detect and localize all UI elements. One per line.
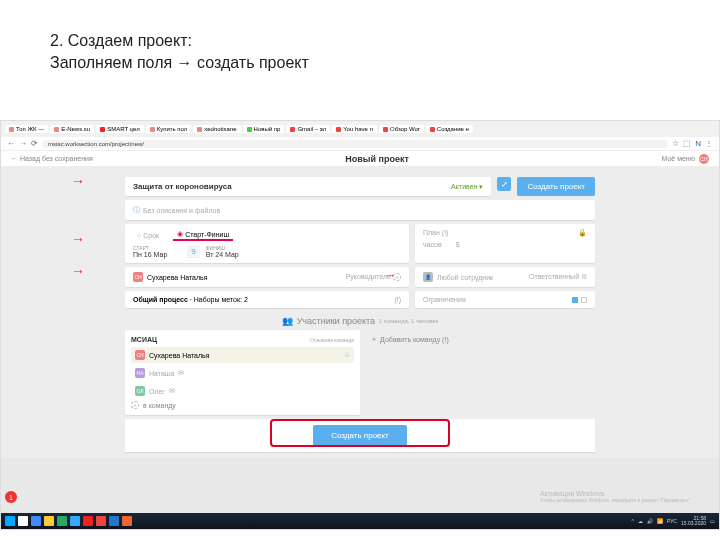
profile-icon[interactable]: N (695, 139, 701, 148)
task-search-icon[interactable] (18, 516, 28, 526)
team-member-row[interactable]: НАНаташа ✉ (131, 365, 354, 381)
plan-label: План (!) (423, 229, 448, 237)
tray-lang[interactable]: РУС (667, 518, 677, 524)
tab[interactable]: xednotisane (193, 125, 240, 133)
star-icon[interactable]: ☆ (672, 139, 679, 148)
process-card[interactable]: Общий процесс · Наборы меток: 2 (!) (125, 291, 409, 308)
browser-tabs: Топ ЖК — E-News.su SMART цел Купить пол … (1, 121, 719, 137)
tab[interactable]: Купить пол (146, 125, 192, 133)
back-icon[interactable]: ← (7, 139, 15, 148)
start-date[interactable]: Пн 16 Мар (133, 251, 167, 258)
reload-icon[interactable]: ⟳ (31, 139, 38, 148)
restrictions-card[interactable]: Ограничения (415, 291, 595, 308)
annotation-highlight (270, 419, 450, 447)
slide-instruction: Заполняем поля → создать проект (50, 52, 670, 74)
status-badge[interactable]: Активен ▾ (451, 183, 483, 191)
responsible-card[interactable]: 👤 Любой сотрудник Ответственный ⚙ (415, 267, 595, 287)
back-link[interactable]: ← Назад без сохранения (11, 155, 93, 162)
footer-create-bar: Создать проект (125, 419, 595, 452)
extension-icon[interactable]: ⬚ (683, 139, 691, 148)
add-team-link[interactable]: + Добавить команду (!) (366, 330, 595, 349)
team-member-row[interactable]: ОЛОлег ✉ (131, 383, 354, 399)
tray-up-icon[interactable]: ^ (632, 518, 634, 524)
windows-activation-watermark: Активация Windows Чтобы активировать Win… (540, 490, 691, 503)
url-field[interactable]: msiac.worksection.com/project/new/ (42, 140, 668, 148)
tab[interactable]: Создание н (426, 125, 473, 133)
app-icon[interactable] (96, 516, 106, 526)
store-icon[interactable] (57, 516, 67, 526)
tray-wifi-icon[interactable]: 📶 (657, 518, 663, 524)
windows-taskbar: ^ ☁ 🔊 📶 РУС 21:58 15.03.2020 ▭ (1, 513, 719, 529)
add-to-team-link[interactable]: + в команду (131, 401, 354, 409)
lock-icon[interactable]: 🔒 (578, 229, 587, 237)
finish-date[interactable]: Вт 24 Мар (206, 251, 239, 258)
page-title: Новый проект (345, 154, 409, 164)
user-avatar-icon: СН (133, 272, 143, 282)
clock-date[interactable]: 15.03.2020 (681, 521, 706, 526)
mail-icon: ✉ (169, 387, 175, 395)
plan-hours[interactable]: часов (423, 241, 442, 248)
info-icon: ⓘ (133, 205, 140, 215)
my-menu-link[interactable]: Моё меню (662, 155, 695, 162)
tab[interactable]: SMART цел (96, 125, 143, 133)
gear-icon[interactable]: ⚙ (581, 273, 587, 280)
users-icon: 👥 (282, 316, 293, 326)
mail-icon: ✉ (178, 369, 184, 377)
add-icon: + (131, 401, 139, 409)
tray-notification-icon[interactable]: ▭ (710, 518, 715, 524)
duration-days: 9 (187, 245, 199, 258)
page-header: ← Назад без сохранения Новый проект Моё … (1, 151, 719, 167)
tray-volume-icon[interactable]: 🔊 (647, 518, 653, 524)
start-finish-option[interactable]: ◉ Старт-Финиш (173, 229, 233, 241)
notification-badge[interactable]: 1 (5, 491, 17, 503)
create-project-button[interactable]: Создать проект (517, 177, 595, 196)
expand-icon[interactable]: ⤢ (497, 177, 511, 191)
tab[interactable]: Обзор Wor (379, 125, 424, 133)
plan-money[interactable]: $ (456, 241, 460, 248)
start-icon[interactable] (5, 516, 15, 526)
tab[interactable]: Топ ЖК — (5, 125, 48, 133)
slide-step: 2. Создаем проект: (50, 30, 670, 52)
opera-icon[interactable] (83, 516, 93, 526)
forward-icon[interactable]: → (19, 139, 27, 148)
browser-window: Топ ЖК — E-News.su SMART цел Купить пол … (0, 120, 720, 530)
term-option[interactable]: ○ Срок (133, 231, 163, 240)
avatar[interactable]: СН (699, 154, 709, 164)
mail-icon[interactable] (70, 516, 80, 526)
team-role: Основная команда (310, 337, 354, 343)
tab[interactable]: E-News.su (50, 125, 94, 133)
participants-header: 👥 Участники проекта 1 команда, 1 человек (1, 316, 719, 326)
manager-card[interactable]: СН Сухарева Наталья Руководители + (125, 267, 409, 287)
team-card: МСИАЦ Основная команда СНСухарева Наталь… (125, 330, 360, 415)
team-name: МСИАЦ (131, 336, 157, 343)
star-icon[interactable]: ☆ (344, 351, 350, 359)
edge-icon[interactable] (31, 516, 41, 526)
address-bar: ← → ⟳ msiac.worksection.com/project/new/… (1, 137, 719, 151)
tab[interactable]: Gmail – эл (286, 125, 330, 133)
annotation-arrow (71, 173, 85, 189)
description-card[interactable]: ⓘ Без описания и файлов (125, 200, 595, 220)
word-icon[interactable] (109, 516, 119, 526)
tab[interactable]: You have n (332, 125, 377, 133)
menu-icon[interactable]: ⋮ (705, 139, 713, 148)
project-name: Защита от короновируса (133, 182, 232, 191)
dates-card: ○ Срок ◉ Старт-Финиш СТАРТ Пн 16 Мар 9 Ф… (125, 224, 409, 263)
explorer-icon[interactable] (44, 516, 54, 526)
annotation-arrow (71, 263, 85, 279)
tray-cloud-icon[interactable]: ☁ (638, 518, 643, 524)
project-name-card[interactable]: Защита от короновируса Активен ▾ (125, 177, 491, 196)
tab-active[interactable]: Новый пр (243, 125, 285, 133)
team-member-row[interactable]: СНСухарева Наталья ☆ (131, 347, 354, 363)
annotation-arrow (71, 231, 85, 247)
annotation-arrow (385, 269, 396, 281)
user-icon: 👤 (423, 272, 433, 282)
powerpoint-icon[interactable] (122, 516, 132, 526)
plan-card: План (!) 🔒 часов $ (415, 224, 595, 263)
